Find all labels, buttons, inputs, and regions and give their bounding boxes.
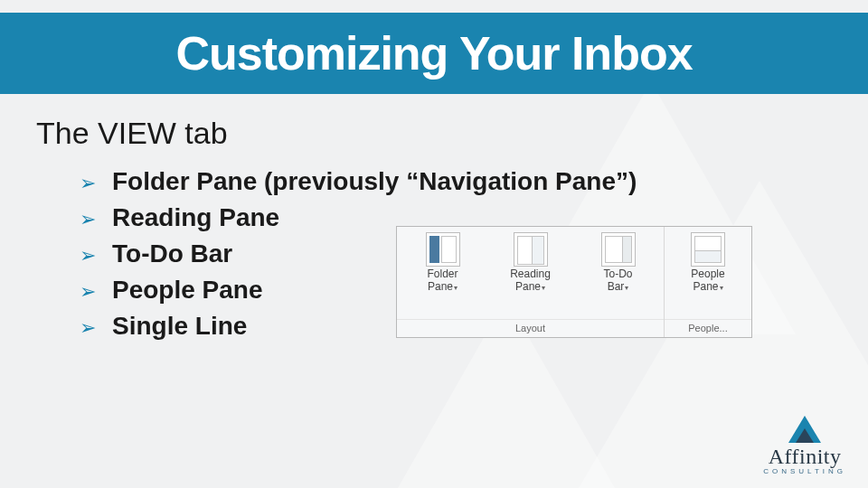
affinity-logo: Affinity CONSULTING [763, 416, 846, 475]
chevron-down-icon: ▾ [625, 284, 628, 292]
logo-wordmark: Affinity [763, 445, 846, 469]
slide-title: Customizing Your Inbox [175, 26, 692, 80]
bullet-arrow-icon: ➢ [80, 172, 112, 195]
bullet-text: Single Line [112, 312, 247, 341]
bullet-text: Reading Pane [112, 203, 279, 232]
ribbon-buttons-row: FolderPane▾ ReadingPane▾ To-DoBar▾ [397, 227, 664, 319]
bullet-text: Folder Pane (previously “Navigation Pane… [112, 167, 637, 196]
logo-mark-icon [788, 416, 821, 443]
list-item: ➢Folder Pane (previously “Navigation Pan… [80, 167, 832, 196]
todo-bar-icon [601, 232, 636, 267]
reading-pane-icon [514, 232, 548, 267]
logo-subtext: CONSULTING [763, 467, 846, 475]
people-pane-button[interactable]: PeoplePane▾ [666, 230, 750, 296]
button-label: ReadingPane▾ [510, 268, 551, 294]
ribbon-buttons-row: PeoplePane▾ [665, 227, 751, 319]
bullet-arrow-icon: ➢ [80, 280, 112, 304]
ribbon-layout-panel: FolderPane▾ ReadingPane▾ To-DoBar▾ Layou… [396, 226, 752, 338]
ribbon-group-label: People... [665, 319, 751, 337]
chevron-down-icon: ▾ [720, 284, 723, 292]
title-bar: Customizing Your Inbox [0, 13, 868, 94]
ribbon-group-label: Layout [397, 319, 664, 337]
folder-pane-icon [426, 232, 460, 267]
button-label: FolderPane▾ [427, 268, 458, 294]
folder-pane-button[interactable]: FolderPane▾ [399, 230, 486, 296]
ribbon-group-people: PeoplePane▾ People... [665, 227, 751, 337]
todo-bar-button[interactable]: To-DoBar▾ [574, 230, 662, 296]
bullet-text: To-Do Bar [112, 239, 232, 268]
button-label: To-DoBar▾ [603, 268, 632, 294]
ribbon-group-layout: FolderPane▾ ReadingPane▾ To-DoBar▾ Layou… [397, 227, 665, 337]
button-label: PeoplePane▾ [691, 268, 724, 294]
bullet-arrow-icon: ➢ [80, 316, 112, 340]
bullet-arrow-icon: ➢ [80, 208, 112, 231]
reading-pane-button[interactable]: ReadingPane▾ [486, 230, 574, 296]
people-pane-icon [691, 232, 725, 267]
subtitle: The VIEW tab [36, 116, 832, 151]
chevron-down-icon: ▾ [454, 284, 458, 292]
chevron-down-icon: ▾ [542, 284, 545, 292]
bullet-arrow-icon: ➢ [80, 244, 112, 267]
bullet-text: People Pane [112, 276, 263, 305]
